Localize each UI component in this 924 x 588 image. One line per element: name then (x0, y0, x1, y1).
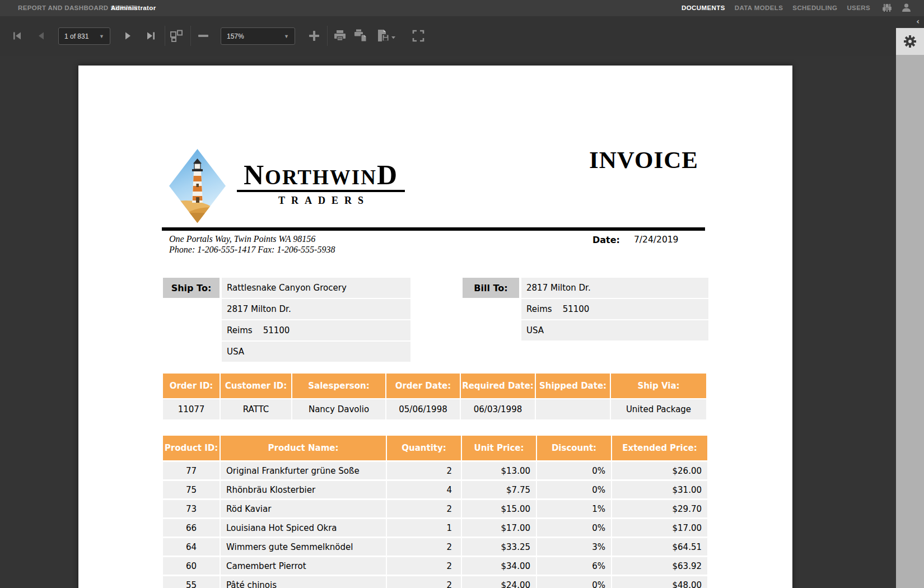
discount: 1% (537, 500, 611, 517)
print-page-button[interactable] (354, 29, 368, 43)
ship-to-line: Rattlesnake Canyon Grocery (222, 278, 410, 298)
extended-price: $64.51 (612, 538, 707, 556)
print-page-icon (354, 29, 368, 43)
product-row: 77 Original Frankfurter grüne Soße 2 $13… (163, 462, 707, 479)
order-header-cell: Order Date: (386, 374, 460, 398)
product-header-cell: Extended Price: (612, 436, 707, 460)
ship-to-line: USA (222, 342, 410, 362)
company-name-sub: TRADERS (237, 195, 405, 207)
company-address: One Portals Way, Twin Points WA 98156 Ph… (169, 234, 335, 255)
address-line-1: One Portals Way, Twin Points WA 98156 (169, 234, 335, 244)
chevron-down-icon: ▼ (99, 34, 104, 39)
order-header-cell: Salesperson: (292, 374, 385, 398)
first-page-icon (12, 31, 23, 41)
order-table-row: 11077 RATTC Nancy Davolio 05/06/1998 06/… (163, 399, 706, 419)
nav-data-models[interactable]: DATA MODELS (735, 4, 783, 11)
sidebar-strip (896, 55, 924, 588)
extended-price: $31.00 (612, 481, 707, 498)
export-button[interactable] (376, 29, 396, 43)
product-header-cell: Unit Price: (462, 436, 536, 460)
product-header-cell: Quantity: (387, 436, 461, 460)
unit-price: $7.75 (462, 481, 536, 498)
first-page-button[interactable] (10, 29, 25, 43)
quantity: 1 (387, 519, 461, 536)
quantity: 2 (387, 576, 461, 588)
zoom-level-value: 157% (227, 32, 244, 40)
print-icon (334, 30, 346, 42)
product-id: 60 (163, 557, 220, 575)
product-row: 73 Röd Kaviar 2 $15.00 1% $29.70 (163, 500, 707, 517)
product-id: 77 (163, 462, 220, 479)
address-line-2: Phone: 1-206-555-1417 Fax: 1-206-555-593… (169, 244, 335, 255)
zoom-in-button[interactable] (307, 29, 321, 43)
options-sidebar: ‹ (896, 16, 924, 588)
extended-price: $26.00 (612, 462, 707, 479)
top-app-bar: REPORT AND DASHBOARD SERVER Administrato… (0, 0, 924, 16)
previous-page-icon (35, 31, 46, 41)
user-icon[interactable] (901, 3, 912, 13)
zoom-in-icon (308, 30, 320, 42)
sidebar-collapse-bar: ‹ (896, 16, 924, 28)
chevron-down-icon: ▼ (284, 34, 289, 39)
order-header-cell: Shipped Date: (536, 374, 610, 398)
fullscreen-icon (412, 30, 424, 42)
product-name: Wimmers gute Semmelknödel (221, 538, 386, 556)
date-label: Date: (592, 235, 620, 245)
ship-to-line: Reims 51100 (222, 320, 410, 340)
date-value: 7/24/2019 (634, 235, 678, 245)
header-divider (162, 227, 705, 231)
invoice-title: INVOICE (589, 146, 724, 174)
product-id: 66 (163, 519, 220, 536)
required-date-value: 06/03/1998 (461, 399, 535, 419)
previous-page-button[interactable] (34, 29, 48, 43)
ship-to-line: 2817 Milton Dr. (222, 299, 410, 319)
order-id-value: 11077 (163, 399, 220, 419)
nav-documents[interactable]: DOCUMENTS (682, 4, 725, 11)
toolbar-separator (165, 26, 165, 46)
multipage-view-button[interactable] (169, 29, 184, 43)
product-row: 64 Wimmers gute Semmelknödel 2 $33.25 3%… (163, 538, 707, 556)
product-name: Röd Kaviar (221, 500, 386, 517)
nav-users[interactable]: USERS (847, 4, 870, 11)
settings-tab[interactable] (896, 28, 924, 55)
discount: 0% (537, 519, 611, 536)
product-row: 66 Louisiana Hot Spiced Okra 1 $17.00 0%… (163, 519, 707, 536)
nav-scheduling[interactable]: SCHEDULING (792, 4, 837, 11)
sliders-icon[interactable] (882, 3, 892, 13)
zoom-level-dropdown[interactable]: 157% ▼ (221, 27, 295, 45)
product-name: Louisiana Hot Spiced Okra (221, 519, 386, 536)
quantity: 4 (387, 481, 461, 498)
discount: 0% (537, 462, 611, 479)
order-table-header: Order ID: Customer ID: Salesperson: Orde… (163, 374, 706, 398)
next-page-button[interactable] (121, 29, 136, 43)
document-viewer: NORTHWIND TRADERS INVOICE One Portals Wa… (0, 56, 896, 588)
unit-price: $34.00 (462, 557, 536, 575)
order-date-value: 05/06/1998 (386, 399, 460, 419)
product-row: 55 Pâté chinois 2 $24.00 0% $48.00 (163, 576, 707, 588)
product-id: 75 (163, 481, 220, 498)
unit-price: $24.00 (462, 576, 536, 588)
product-header-cell: Discount: (537, 436, 611, 460)
bill-to-line: 2817 Milton Dr. (521, 278, 708, 298)
company-name: NORTHWIND (237, 161, 405, 189)
export-icon (377, 29, 396, 43)
northwind-logo (169, 149, 226, 223)
last-page-button[interactable] (143, 29, 158, 43)
quantity: 2 (387, 462, 461, 479)
page-indicator-dropdown[interactable]: 1 of 831 ▼ (58, 27, 110, 45)
product-name: Camembert Pierrot (221, 557, 386, 575)
unit-price: $33.25 (462, 538, 536, 556)
multipage-view-icon (170, 30, 183, 42)
bill-to-label: Bill To: (463, 278, 519, 298)
print-button[interactable] (333, 29, 347, 43)
product-id: 64 (163, 538, 220, 556)
fullscreen-button[interactable] (411, 29, 426, 43)
next-page-icon (123, 31, 134, 41)
salesperson-value: Nancy Davolio (292, 399, 385, 419)
product-header-cell: Product ID: (163, 436, 220, 460)
collapse-panel-icon[interactable]: ‹ (916, 17, 920, 26)
toolbar-separator (190, 26, 191, 46)
zoom-out-button[interactable] (196, 29, 211, 43)
zoom-out-icon (197, 31, 209, 41)
invoice-page: NORTHWIND TRADERS INVOICE One Portals Wa… (78, 66, 792, 588)
